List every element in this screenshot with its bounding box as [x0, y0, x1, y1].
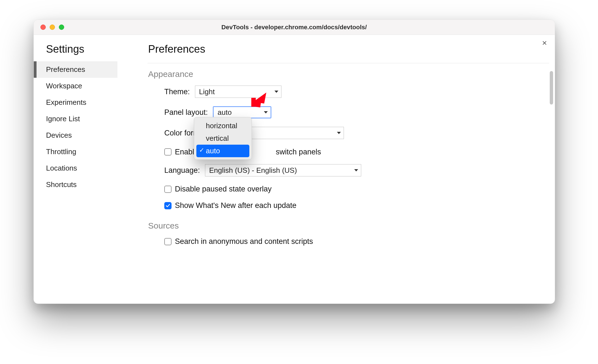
panel-layout-option-auto[interactable]: auto — [196, 145, 249, 157]
theme-row: Theme: Light — [164, 86, 549, 98]
traffic-close-icon[interactable] — [40, 25, 46, 30]
option-label: vertical — [206, 134, 229, 142]
traffic-zoom-icon[interactable] — [59, 25, 64, 30]
settings-heading: Settings — [46, 43, 117, 55]
chevron-down-icon — [274, 91, 278, 93]
language-select[interactable]: English (US) - English (US) — [205, 164, 361, 176]
sidebar-item-shortcuts[interactable]: Shortcuts — [34, 176, 117, 193]
disable-overlay-label: Disable paused state overlay — [175, 185, 272, 193]
window-title: DevTools - developer.chrome.com/docs/dev… — [64, 24, 555, 31]
option-label: horizontal — [206, 122, 237, 130]
enable-cmd-shortcut-label-post: switch panels — [276, 148, 321, 156]
language-label: Language: — [164, 166, 200, 175]
search-anon-checkbox[interactable] — [164, 238, 172, 245]
sidebar-item-experiments[interactable]: Experiments — [34, 94, 117, 111]
theme-select-value: Light — [199, 88, 215, 96]
panel-layout-dropdown[interactable]: horizontal vertical auto — [194, 117, 252, 160]
section-appearance-heading: Appearance — [148, 69, 549, 79]
language-select-value: English (US) - English (US) — [209, 166, 297, 175]
enable-cmd-shortcut-checkbox[interactable] — [164, 148, 172, 156]
window-frame: DevTools - developer.chrome.com/docs/dev… — [33, 20, 555, 304]
sidebar-item-label: Experiments — [46, 98, 86, 106]
sidebar-item-label: Preferences — [46, 65, 85, 74]
show-whats-new-row: Show What's New after each update — [164, 201, 549, 210]
sidebar-item-locations[interactable]: Locations — [34, 160, 117, 176]
titlebar: DevTools - developer.chrome.com/docs/dev… — [34, 20, 555, 35]
sidebar-item-throttling[interactable]: Throttling — [34, 144, 117, 160]
show-whats-new-label: Show What's New after each update — [175, 201, 296, 210]
sidebar-item-devices[interactable]: Devices — [34, 127, 117, 144]
sidebar-item-label: Workspace — [46, 82, 82, 90]
theme-label: Theme: — [164, 88, 190, 96]
sidebar-item-label: Ignore List — [46, 115, 80, 123]
language-row: Language: English (US) - English (US) — [164, 164, 549, 176]
sidebar-item-label: Shortcuts — [46, 180, 77, 189]
preferences-panel: Preferences Appearance Theme: Light — [117, 35, 555, 304]
disable-overlay-row: Disable paused state overlay — [164, 185, 549, 193]
show-whats-new-checkbox[interactable] — [164, 202, 172, 209]
traffic-minimize-icon[interactable] — [50, 25, 55, 30]
panel-layout-label: Panel layout: — [164, 108, 208, 117]
search-anon-label: Search in anonymous and content scripts — [175, 237, 313, 246]
sidebar-item-ignore-list[interactable]: Ignore List — [34, 111, 117, 127]
disable-overlay-checkbox[interactable] — [164, 186, 172, 193]
window-controls — [34, 25, 64, 30]
option-label: auto — [206, 147, 220, 155]
sidebar-item-preferences[interactable]: Preferences — [34, 61, 117, 78]
chevron-down-icon — [264, 111, 268, 113]
settings-sidebar: Settings Preferences Workspace Experimen… — [34, 35, 117, 304]
sidebar-item-workspace[interactable]: Workspace — [34, 78, 117, 94]
sidebar-item-label: Throttling — [46, 147, 76, 156]
chevron-down-icon — [337, 132, 341, 134]
panel-layout-row: Panel layout: auto — [164, 106, 549, 118]
section-sources-heading: Sources — [148, 221, 549, 230]
panel-layout-option-horizontal[interactable]: horizontal — [196, 120, 249, 132]
chevron-down-icon — [354, 169, 358, 171]
search-anon-row: Search in anonymous and content scripts — [164, 237, 549, 246]
annotation-arrow-icon — [249, 88, 271, 111]
panel-layout-option-vertical[interactable]: vertical — [196, 132, 249, 145]
sidebar-item-label: Locations — [46, 164, 77, 172]
sidebar-item-label: Devices — [46, 131, 72, 139]
divider — [148, 63, 549, 63]
page-title: Preferences — [148, 43, 549, 55]
settings-nav: Preferences Workspace Experiments Ignore… — [34, 61, 117, 193]
panel-layout-select-value: auto — [218, 108, 232, 117]
